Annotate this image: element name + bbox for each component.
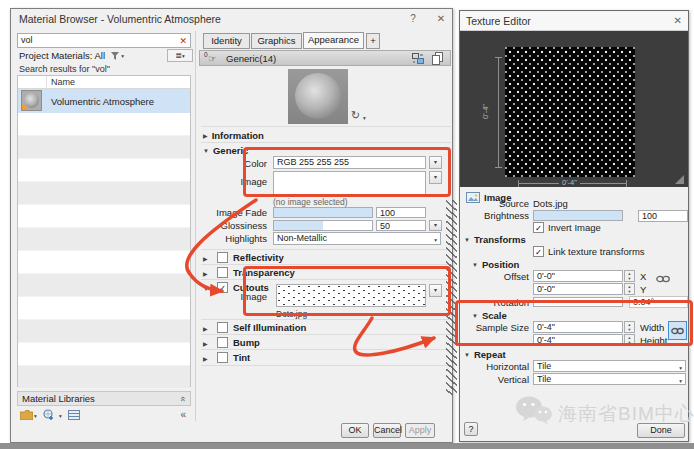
self-illumination-label: Self Illumination (233, 322, 306, 333)
scale-height-spinner[interactable]: ▴▾ (624, 334, 635, 346)
list-row[interactable] (18, 251, 190, 274)
library-list-icon[interactable] (68, 410, 80, 420)
list-row[interactable] (18, 320, 190, 343)
name-column-header: Name (51, 77, 75, 87)
brightness-value[interactable]: 100 (638, 210, 688, 222)
glossiness-value[interactable]: 50 (376, 220, 426, 231)
close-button[interactable]: ✕ (433, 13, 449, 24)
transparency-checkbox[interactable] (217, 267, 228, 278)
section-transparency[interactable]: ▶ (203, 268, 212, 279)
search-input[interactable]: vol ✕ (17, 33, 191, 48)
texture-help-button[interactable]: ? (464, 422, 478, 436)
replace-asset-icon[interactable] (412, 53, 424, 64)
cutouts-image-dropdown-button[interactable]: ▾ (429, 284, 442, 297)
vertical-dimension-line (498, 57, 499, 167)
cutouts-image-field[interactable] (276, 284, 426, 307)
cancel-button[interactable]: Cancel (373, 423, 401, 438)
section-scale[interactable]: ▼Scale (472, 310, 507, 321)
bump-checkbox[interactable] (217, 337, 228, 348)
scale-width-field[interactable]: 0'-4" (533, 321, 623, 333)
open-library-icon[interactable] (43, 409, 55, 421)
search-clear-icon[interactable]: ✕ (179, 35, 187, 48)
scale-width-spinner[interactable]: ▴▾ (624, 321, 635, 333)
chevron-right-icon: ▶ (203, 133, 208, 139)
chevron-down-icon: ▼ (464, 352, 470, 358)
glossiness-slider[interactable] (273, 220, 373, 231)
tab-add[interactable]: + (366, 33, 380, 49)
section-reflectivity[interactable]: ▶ (203, 253, 212, 264)
link-xy-icon[interactable] (656, 275, 670, 283)
bump-label: Bump (233, 337, 260, 348)
chevron-down-icon: ▼ (464, 237, 470, 243)
scale-height-field[interactable]: 0'-4" (533, 334, 623, 346)
create-library-caret-icon[interactable]: ▾ (34, 413, 37, 419)
resize-handle[interactable] (675, 175, 684, 184)
duplicate-asset-icon[interactable] (432, 52, 443, 65)
texture-preview-area: 0'-4" 0'-4" (460, 31, 688, 187)
section-position[interactable]: ▼Position (472, 259, 519, 270)
link-scale-button[interactable] (668, 321, 687, 340)
section-repeat[interactable]: ▼Repeat (464, 349, 506, 360)
color-dropdown-button[interactable]: ▾ (429, 156, 442, 169)
reflectivity-checkbox[interactable] (217, 252, 228, 263)
glossiness-dropdown-button[interactable]: ▾ (429, 220, 442, 231)
thumbnail-column (18, 76, 47, 88)
view-options-button[interactable]: ≣▾ (167, 49, 193, 62)
tint-label: Tint (233, 352, 250, 363)
offset-x-spinner[interactable]: ▴▾ (624, 270, 635, 282)
section-self-illumination[interactable]: ▶ (203, 323, 212, 334)
self-illumination-checkbox[interactable] (217, 322, 228, 333)
tab-appearance[interactable]: Appearance (303, 32, 364, 49)
vertical-repeat-dropdown[interactable]: Tile ▾ (533, 373, 686, 385)
create-library-icon[interactable] (20, 410, 33, 420)
section-tint[interactable]: ▶ (203, 353, 212, 364)
table-header-row[interactable]: Name (18, 76, 190, 89)
material-libraries-bar[interactable]: Material Libraries « (17, 391, 191, 406)
collapse-libraries-icon[interactable]: « (180, 409, 186, 420)
horizontal-repeat-dropdown[interactable]: Tile ▾ (533, 360, 686, 372)
ok-button[interactable]: OK (341, 423, 369, 438)
highlights-label: Highlights (147, 233, 267, 244)
offset-y-spinner[interactable]: ▴▾ (624, 283, 635, 295)
brightness-slider[interactable] (533, 210, 623, 221)
invert-image-checkbox[interactable]: ✓ (533, 222, 544, 233)
material-preview[interactable] (288, 69, 348, 124)
image-field[interactable] (273, 171, 426, 195)
offset-y-field[interactable]: 0'-0" (533, 283, 623, 295)
list-row[interactable] (18, 343, 190, 366)
image-dropdown-button[interactable]: ▾ (429, 171, 442, 184)
section-transforms[interactable]: ▼Transforms (464, 234, 526, 245)
highlights-dropdown[interactable]: Non-Metallic ▾ (273, 232, 441, 245)
section-bump[interactable]: ▶ (203, 338, 212, 349)
image-fade-label: Image Fade (147, 207, 267, 218)
list-row[interactable] (18, 366, 190, 389)
collapse-panel-icon[interactable]: « (177, 396, 187, 401)
list-row[interactable] (18, 113, 190, 136)
render-settings-caret-icon[interactable]: ▾ (363, 115, 366, 121)
link-transforms-checkbox[interactable]: ✓ (533, 246, 544, 257)
help-button[interactable]: ? (405, 13, 421, 24)
texture-preview[interactable] (505, 47, 635, 177)
image-fade-value[interactable]: 100 (376, 207, 426, 218)
tab-identity[interactable]: Identity (203, 33, 250, 49)
x-axis-label: X (640, 271, 646, 282)
source-value[interactable]: Dots.jpg (533, 198, 568, 209)
tab-graphics[interactable]: Graphics (251, 33, 302, 49)
section-information[interactable]: ▶Information (203, 130, 264, 141)
open-library-caret-icon[interactable]: ▾ (59, 413, 62, 419)
image-fade-slider[interactable] (273, 207, 373, 218)
screenshot-stage: Material Browser - Volumentric Atmospher… (0, 0, 694, 449)
section-generic[interactable]: ▼Generic (203, 145, 248, 156)
done-button[interactable]: Done (637, 423, 685, 438)
rotation-value[interactable]: 0.04° (629, 296, 688, 308)
offset-x-field[interactable]: 0'-0" (533, 270, 623, 282)
rotation-slider[interactable] (533, 297, 623, 307)
tint-checkbox[interactable] (217, 352, 228, 363)
list-row[interactable] (18, 136, 190, 159)
texture-editor-close-button[interactable]: ✕ (674, 15, 682, 26)
apply-button[interactable]: Apply (405, 423, 435, 438)
render-settings-icon[interactable]: ↻ (351, 109, 360, 122)
color-field[interactable]: RGB 255 255 255 (273, 156, 426, 169)
material-row-selected[interactable]: Volumentric Atmosphere (18, 89, 190, 113)
project-materials-filter[interactable]: Project Materials: All ▾ (19, 50, 128, 61)
